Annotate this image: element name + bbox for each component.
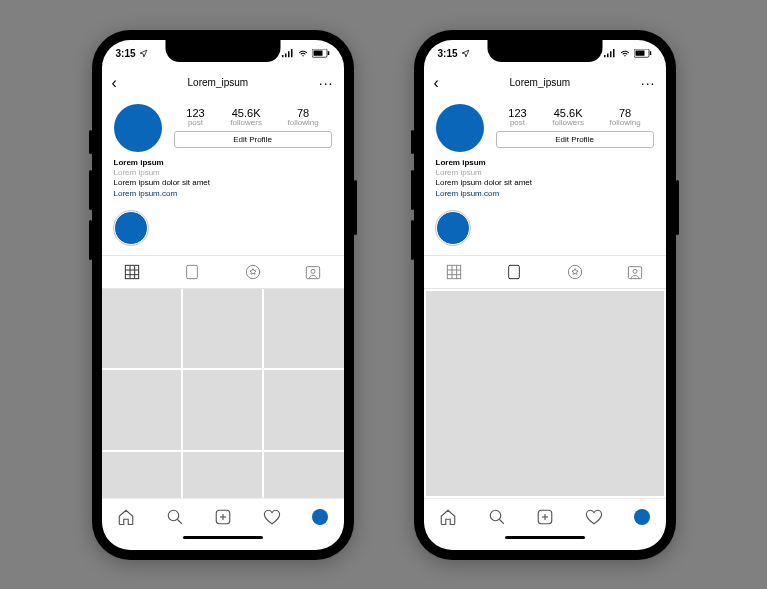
nav-search[interactable] bbox=[166, 508, 184, 526]
post-thumbnail[interactable] bbox=[102, 289, 181, 368]
status-time: 3:15 bbox=[438, 48, 458, 59]
nav-home[interactable] bbox=[117, 508, 135, 526]
svg-rect-3 bbox=[291, 49, 293, 57]
star-icon bbox=[567, 264, 583, 280]
profile-avatar[interactable] bbox=[436, 104, 484, 152]
phone-right: 3:15 ‹ Lorem_ipsum ··· 123 post bbox=[414, 30, 676, 560]
svg-point-13 bbox=[246, 265, 259, 278]
post-thumbnail[interactable] bbox=[102, 452, 181, 498]
header-username: Lorem_ipsum bbox=[188, 77, 249, 88]
bio-link[interactable]: Lorem ipsum.com bbox=[114, 189, 332, 199]
svg-rect-12 bbox=[187, 265, 198, 278]
more-button[interactable]: ··· bbox=[319, 75, 334, 91]
tab-feed[interactable] bbox=[484, 256, 545, 288]
svg-rect-33 bbox=[509, 265, 520, 278]
search-icon bbox=[488, 508, 506, 526]
svg-point-15 bbox=[311, 269, 315, 273]
battery-icon bbox=[634, 49, 652, 58]
nav-create[interactable] bbox=[214, 508, 232, 526]
stat-posts[interactable]: 123 post bbox=[186, 107, 204, 128]
post-thumbnail[interactable] bbox=[183, 289, 262, 368]
more-button[interactable]: ··· bbox=[641, 75, 656, 91]
svg-rect-28 bbox=[447, 265, 460, 278]
feed-post[interactable] bbox=[426, 291, 664, 495]
svg-point-16 bbox=[168, 510, 179, 521]
bio-text: Lorem ipsum dolor sit amet bbox=[114, 178, 332, 188]
bio-subtitle: Lorem ipsum bbox=[436, 168, 654, 178]
nav-avatar-icon bbox=[634, 509, 650, 525]
tab-feed[interactable] bbox=[162, 256, 223, 288]
post-thumbnail[interactable] bbox=[264, 370, 343, 449]
header-username: Lorem_ipsum bbox=[510, 77, 571, 88]
edit-profile-button[interactable]: Edit Profile bbox=[496, 131, 654, 148]
bio-text: Lorem ipsum dolor sit amet bbox=[436, 178, 654, 188]
search-icon bbox=[166, 508, 184, 526]
nav-search[interactable] bbox=[488, 508, 506, 526]
svg-rect-7 bbox=[125, 265, 138, 278]
svg-rect-1 bbox=[285, 54, 287, 58]
svg-rect-5 bbox=[313, 51, 322, 56]
feed-icon bbox=[507, 264, 521, 280]
plus-icon bbox=[214, 508, 232, 526]
tagged-icon bbox=[305, 264, 321, 280]
nav-activity[interactable] bbox=[585, 508, 603, 526]
home-icon bbox=[117, 508, 135, 526]
svg-rect-27 bbox=[649, 51, 651, 55]
tab-grid[interactable] bbox=[424, 256, 485, 288]
location-icon bbox=[461, 49, 470, 58]
stat-posts[interactable]: 123 post bbox=[508, 107, 526, 128]
stat-followers[interactable]: 45.6K followers bbox=[230, 107, 262, 128]
home-indicator[interactable] bbox=[505, 536, 585, 539]
bio: Lorem ipsum Lorem ipsum Lorem ipsum dolo… bbox=[424, 156, 666, 208]
stat-following[interactable]: 78 following bbox=[288, 107, 319, 128]
nav-home[interactable] bbox=[439, 508, 457, 526]
story-highlight[interactable] bbox=[114, 211, 148, 245]
nav-profile[interactable] bbox=[312, 509, 328, 525]
svg-point-34 bbox=[568, 265, 581, 278]
home-indicator[interactable] bbox=[183, 536, 263, 539]
post-thumbnail[interactable] bbox=[264, 452, 343, 498]
back-button[interactable]: ‹ bbox=[434, 74, 439, 92]
tab-star[interactable] bbox=[223, 256, 284, 288]
bio: Lorem ipsum Lorem ipsum Lorem ipsum dolo… bbox=[102, 156, 344, 208]
posts-grid bbox=[102, 289, 344, 497]
stat-followers[interactable]: 45.6K followers bbox=[552, 107, 584, 128]
tab-grid[interactable] bbox=[102, 256, 163, 288]
svg-rect-22 bbox=[607, 54, 609, 58]
profile-avatar[interactable] bbox=[114, 104, 162, 152]
tagged-icon bbox=[627, 264, 643, 280]
edit-profile-button[interactable]: Edit Profile bbox=[174, 131, 332, 148]
svg-rect-24 bbox=[613, 49, 615, 57]
svg-rect-21 bbox=[604, 55, 606, 57]
star-icon bbox=[245, 264, 261, 280]
bio-link[interactable]: Lorem ipsum.com bbox=[436, 189, 654, 199]
wifi-icon bbox=[297, 49, 309, 58]
nav-profile[interactable] bbox=[634, 509, 650, 525]
svg-rect-23 bbox=[610, 51, 612, 57]
post-thumbnail[interactable] bbox=[102, 370, 181, 449]
post-thumbnail[interactable] bbox=[264, 289, 343, 368]
post-thumbnail[interactable] bbox=[183, 370, 262, 449]
plus-icon bbox=[536, 508, 554, 526]
phone-left: 3:15 ‹ Lorem_ipsum ··· 123 post bbox=[92, 30, 354, 560]
back-button[interactable]: ‹ bbox=[112, 74, 117, 92]
nav-avatar-icon bbox=[312, 509, 328, 525]
tab-tagged[interactable] bbox=[605, 256, 666, 288]
grid-icon bbox=[124, 264, 140, 280]
signal-icon bbox=[604, 49, 616, 58]
tab-star[interactable] bbox=[545, 256, 606, 288]
story-highlight[interactable] bbox=[436, 211, 470, 245]
nav-create[interactable] bbox=[536, 508, 554, 526]
post-thumbnail[interactable] bbox=[183, 452, 262, 498]
heart-icon bbox=[585, 508, 603, 526]
svg-point-36 bbox=[633, 269, 637, 273]
svg-rect-26 bbox=[635, 51, 644, 56]
wifi-icon bbox=[619, 49, 631, 58]
stat-following[interactable]: 78 following bbox=[610, 107, 641, 128]
tab-tagged[interactable] bbox=[283, 256, 344, 288]
nav-activity[interactable] bbox=[263, 508, 281, 526]
grid-icon bbox=[446, 264, 462, 280]
bio-name: Lorem ipsum bbox=[114, 158, 332, 168]
svg-point-37 bbox=[490, 510, 501, 521]
heart-icon bbox=[263, 508, 281, 526]
